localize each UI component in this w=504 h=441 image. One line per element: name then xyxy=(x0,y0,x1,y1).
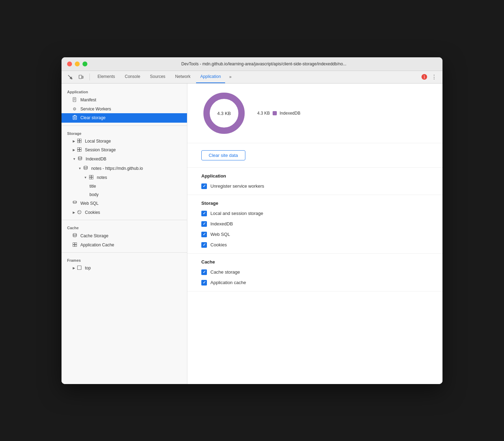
checkbox-cache-storage[interactable]: Cache storage xyxy=(201,269,429,275)
checkbox-web-sql[interactable]: Web SQL xyxy=(201,232,429,237)
sidebar-item-top-frame[interactable]: ▶ top xyxy=(62,264,187,273)
svg-rect-16 xyxy=(78,147,79,149)
sidebar-item-service-workers[interactable]: ⚙ Service Workers xyxy=(62,105,187,113)
svg-point-20 xyxy=(78,157,82,158)
tab-application[interactable]: Application xyxy=(196,71,225,83)
grid-icon xyxy=(77,147,83,153)
checkbox-indexeddb-input[interactable] xyxy=(201,221,207,227)
manifest-label: Manifest xyxy=(80,97,96,102)
checkbox-cookies-input[interactable] xyxy=(201,242,207,248)
svg-rect-12 xyxy=(78,139,79,140)
svg-rect-15 xyxy=(80,141,81,143)
svg-rect-23 xyxy=(91,175,93,177)
legend-value: 4.3 KB xyxy=(257,111,270,116)
checkbox-app-cache-label: Application cache xyxy=(210,280,246,285)
checkbox-cache-storage-input[interactable] xyxy=(201,269,207,275)
checkbox-indexeddb[interactable]: IndexedDB xyxy=(201,221,429,227)
checkbox-app-cache-input[interactable] xyxy=(201,280,207,285)
toolbar-right: 1 ⋮ xyxy=(422,72,439,82)
svg-point-21 xyxy=(84,166,87,167)
close-button[interactable] xyxy=(67,62,72,66)
service-workers-label: Service Workers xyxy=(80,107,111,111)
svg-rect-17 xyxy=(80,147,81,149)
divider-1 xyxy=(62,125,187,126)
checkbox-local-session-label: Local and session storage xyxy=(210,211,263,216)
clear-site-data-area: Clear site data xyxy=(187,143,442,168)
panel-section-application: Application Unregister service workers xyxy=(187,168,442,195)
window-title: DevTools - mdn.github.io/learning-area/j… xyxy=(91,62,437,66)
svg-rect-22 xyxy=(89,175,91,177)
svg-point-28 xyxy=(78,211,79,212)
checkbox-app-cache[interactable]: Application cache xyxy=(201,280,429,285)
traffic-lights xyxy=(67,62,87,66)
maximize-button[interactable] xyxy=(82,62,87,66)
sidebar-item-clear-storage[interactable]: Clear storage xyxy=(62,113,187,123)
svg-rect-13 xyxy=(80,139,81,140)
checkbox-cookies[interactable]: Cookies xyxy=(201,242,429,248)
chart-area: 4.3 KB 4.3 KB IndexedDB xyxy=(187,84,442,143)
db-icon xyxy=(73,233,78,239)
checkbox-web-sql-input[interactable] xyxy=(201,232,207,237)
local-storage-label: Local Storage xyxy=(85,139,111,144)
body-field-label: body xyxy=(89,192,99,197)
checkbox-unregister-sw[interactable]: Unregister service workers xyxy=(201,183,429,189)
notes-db-label: notes - https://mdn.github.io xyxy=(91,166,143,171)
tab-elements[interactable]: Elements xyxy=(93,71,119,83)
clear-storage-label: Clear storage xyxy=(80,115,106,120)
panel-section-storage: Storage Local and session storage Indexe… xyxy=(187,195,442,254)
devtools-window: DevTools - mdn.github.io/learning-area/j… xyxy=(62,57,442,384)
svg-rect-0 xyxy=(79,75,82,79)
chevron-right-icon: ▶ xyxy=(73,139,75,143)
svg-rect-1 xyxy=(82,76,83,78)
device-icon[interactable] xyxy=(76,72,86,82)
svg-rect-36 xyxy=(78,266,81,269)
checkbox-unregister-sw-input[interactable] xyxy=(201,183,207,189)
legend-color-indexeddb xyxy=(273,111,277,115)
svg-rect-33 xyxy=(75,243,77,244)
svg-rect-32 xyxy=(73,243,75,244)
sidebar-item-notes-db[interactable]: ▼ notes - https://mdn.github.io xyxy=(62,164,187,173)
sidebar-item-session-storage[interactable]: ▶ Session Storage xyxy=(62,146,187,154)
checkbox-local-session-storage[interactable]: Local and session storage xyxy=(201,211,429,216)
error-badge[interactable]: 1 xyxy=(422,74,427,80)
inspect-icon[interactable] xyxy=(65,72,75,82)
minimize-button[interactable] xyxy=(75,62,80,66)
sidebar-item-notes-table[interactable]: ▼ notes xyxy=(62,173,187,182)
sidebar-item-manifest[interactable]: Manifest xyxy=(62,95,187,105)
more-tabs[interactable]: » xyxy=(226,73,235,81)
clear-site-data-button[interactable]: Clear site data xyxy=(201,150,245,160)
tab-console[interactable]: Console xyxy=(121,71,144,83)
sidebar-item-cookies[interactable]: ▶ Cookies xyxy=(62,208,187,217)
checkbox-indexeddb-label: IndexedDB xyxy=(210,221,233,226)
db-icon xyxy=(84,166,89,172)
sidebar-item-cache-storage[interactable]: Cache Storage xyxy=(62,231,187,241)
db-icon xyxy=(73,201,78,207)
tab-network[interactable]: Network xyxy=(171,71,195,83)
sidebar-item-web-sql[interactable]: Web SQL xyxy=(62,199,187,208)
title-bar: DevTools - mdn.github.io/learning-area/j… xyxy=(62,57,442,71)
cache-storage-label: Cache Storage xyxy=(80,233,108,238)
svg-point-26 xyxy=(73,201,77,202)
sidebar-item-local-storage[interactable]: ▶ Local Storage xyxy=(62,137,187,146)
sidebar-section-application: Application xyxy=(62,87,187,95)
svg-rect-19 xyxy=(80,150,81,151)
checkbox-unregister-sw-label: Unregister service workers xyxy=(210,183,264,189)
sidebar-item-app-cache[interactable]: Application Cache xyxy=(62,241,187,250)
document-icon xyxy=(73,97,78,103)
db-icon xyxy=(78,156,84,162)
chevron-down-icon: ▼ xyxy=(73,157,76,161)
indexeddb-label: IndexedDB xyxy=(86,157,106,161)
sidebar-item-title-field[interactable]: title xyxy=(62,182,187,190)
svg-rect-35 xyxy=(75,245,77,246)
divider-2 xyxy=(62,220,187,220)
sidebar: Application Manifest ⚙ Service Workers C… xyxy=(62,84,187,384)
sidebar-item-body-field[interactable]: body xyxy=(62,190,187,199)
sidebar-item-indexeddb[interactable]: ▼ IndexedDB xyxy=(62,154,187,164)
menu-icon[interactable]: ⋮ xyxy=(429,72,439,82)
section-title-cache: Cache xyxy=(201,259,429,265)
notes-table-label: notes xyxy=(97,175,107,180)
tab-sources[interactable]: Sources xyxy=(146,71,170,83)
svg-rect-14 xyxy=(78,141,79,143)
legend-item-indexeddb: 4.3 KB IndexedDB xyxy=(257,111,300,116)
checkbox-local-session-input[interactable] xyxy=(201,211,207,216)
